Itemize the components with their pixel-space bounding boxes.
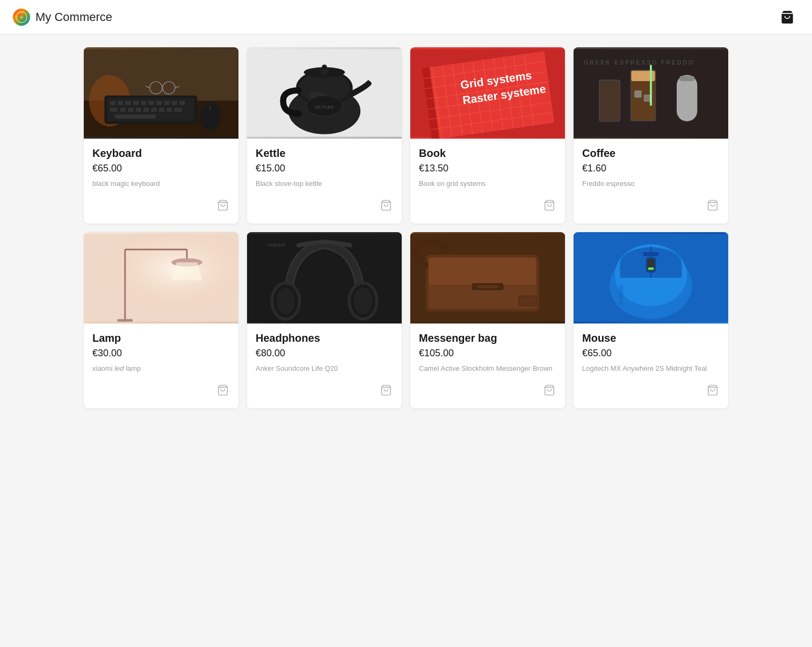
svg-rect-89 xyxy=(117,319,133,322)
svg-point-94 xyxy=(277,287,295,314)
svg-rect-18 xyxy=(110,107,118,112)
app-title: My Commerce xyxy=(35,10,112,24)
product-card-messenger-bag[interactable]: Messenger bag €105.00 Camel Active Stock… xyxy=(410,232,565,408)
svg-point-97 xyxy=(354,287,373,314)
product-description-messenger-bag: Camel Active Stockholm Messenger Brown xyxy=(419,364,556,372)
add-to-cart-button-book[interactable] xyxy=(540,196,559,217)
svg-text:GREEK ESPRESSO FREDDO: GREEK ESPRESSO FREDDO xyxy=(584,59,694,66)
product-info-headphones: Headphones €80.00 Anker Soundcore Life Q… xyxy=(247,324,402,377)
product-card-kettle[interactable]: KETTLER Kettle €15.00 Black stove-top ke… xyxy=(247,47,402,224)
add-to-cart-button-messenger-bag[interactable] xyxy=(540,381,559,402)
svg-rect-15 xyxy=(164,100,170,105)
svg-rect-14 xyxy=(156,100,162,105)
svg-rect-78 xyxy=(679,76,695,81)
product-price-book: €13.50 xyxy=(419,163,556,174)
svg-rect-119 xyxy=(648,268,654,270)
app-header: My Commerce xyxy=(0,0,812,34)
product-price-kettle: €15.00 xyxy=(256,163,393,174)
product-price-mouse: €65.00 xyxy=(582,348,720,359)
add-to-cart-button-headphones[interactable] xyxy=(377,381,395,402)
product-footer-kettle xyxy=(247,192,402,224)
svg-rect-23 xyxy=(151,107,157,112)
svg-text:KETTLER: KETTLER xyxy=(315,105,334,110)
product-image-mouse xyxy=(574,232,728,324)
product-description-mouse: Logitech MX Anywhere 2S Midnight Teal xyxy=(582,364,720,372)
add-to-cart-button-lamp[interactable] xyxy=(214,381,232,402)
product-card-lamp[interactable]: Lamp €30.00 xiaomi led lamp xyxy=(84,232,238,408)
cart-button[interactable] xyxy=(775,5,799,29)
product-name-kettle: Kettle xyxy=(256,147,393,160)
svg-rect-26 xyxy=(174,107,182,112)
svg-rect-20 xyxy=(128,107,134,112)
product-info-mouse: Mouse €65.00 Logitech MX Anywhere 2S Mid… xyxy=(574,324,728,377)
svg-rect-80 xyxy=(644,95,651,102)
product-image-messenger-bag xyxy=(410,232,565,324)
add-to-cart-button-coffee[interactable] xyxy=(704,196,722,217)
products-main: Keyboard €65.00 black magic keyboard xyxy=(0,34,812,421)
product-footer-keyboard xyxy=(84,192,238,224)
product-price-keyboard: €65.00 xyxy=(92,163,230,174)
product-info-kettle: Kettle €15.00 Black stove-top kettle xyxy=(247,139,402,192)
svg-rect-103 xyxy=(429,257,537,286)
product-description-kettle: Black stove-top kettle xyxy=(256,179,393,188)
svg-marker-88 xyxy=(171,262,202,281)
svg-point-1 xyxy=(20,16,23,19)
header-left: My Commerce xyxy=(13,9,112,26)
product-name-mouse: Mouse xyxy=(582,332,720,344)
product-card-keyboard[interactable]: Keyboard €65.00 black magic keyboard xyxy=(84,47,238,224)
add-to-cart-button-mouse[interactable] xyxy=(704,381,722,402)
svg-rect-120 xyxy=(643,252,659,256)
product-price-messenger-bag: €105.00 xyxy=(419,348,556,359)
product-image-lamp xyxy=(84,232,238,324)
svg-rect-9 xyxy=(117,100,124,105)
product-description-headphones: Anker Soundcore Life Q20 xyxy=(256,364,393,372)
product-footer-book xyxy=(410,192,565,224)
product-name-keyboard: Keyboard xyxy=(92,147,230,160)
product-footer-headphones xyxy=(247,377,402,408)
svg-rect-17 xyxy=(179,100,186,105)
product-info-keyboard: Keyboard €65.00 black magic keyboard xyxy=(84,139,238,192)
product-name-headphones: Headphones xyxy=(256,332,393,344)
svg-rect-121 xyxy=(619,285,623,298)
svg-rect-10 xyxy=(125,100,132,105)
svg-rect-77 xyxy=(677,75,697,121)
product-name-coffee: Coffee xyxy=(582,147,720,160)
product-info-book: Book €13.50 Book on grid systems xyxy=(410,139,565,192)
product-image-kettle: KETTLER xyxy=(247,47,402,139)
svg-rect-11 xyxy=(133,100,139,105)
svg-rect-8 xyxy=(110,100,116,105)
product-info-messenger-bag: Messenger bag €105.00 Camel Active Stock… xyxy=(410,324,565,377)
svg-rect-19 xyxy=(120,107,126,112)
svg-rect-21 xyxy=(135,107,142,112)
product-price-lamp: €30.00 xyxy=(92,348,230,359)
product-name-lamp: Lamp xyxy=(92,332,230,344)
svg-rect-122 xyxy=(619,300,623,305)
product-name-messenger-bag: Messenger bag xyxy=(419,332,556,344)
svg-text:ANKER: ANKER xyxy=(267,242,285,248)
product-price-coffee: €1.60 xyxy=(582,163,720,174)
product-card-book[interactable]: Grid systems Raster systeme Book €13.50 … xyxy=(410,47,565,224)
product-info-coffee: Coffee €1.60 Freddo espresso xyxy=(574,139,728,192)
add-to-cart-button-keyboard[interactable] xyxy=(214,196,232,217)
product-description-coffee: Freddo espresso xyxy=(582,179,720,188)
svg-rect-13 xyxy=(148,100,155,105)
svg-rect-24 xyxy=(158,107,165,112)
product-card-headphones[interactable]: ANKER Headphones €80.00 Anker Soundcore … xyxy=(247,232,402,408)
svg-rect-12 xyxy=(141,100,147,105)
product-image-coffee: GREEK ESPRESSO FREDDO xyxy=(574,47,728,139)
add-to-cart-button-kettle[interactable] xyxy=(377,196,395,217)
product-description-book: Book on grid systems xyxy=(419,179,556,188)
product-name-book: Book xyxy=(419,147,556,160)
svg-rect-76 xyxy=(600,81,619,120)
product-footer-coffee xyxy=(574,192,728,224)
product-card-coffee[interactable]: GREEK ESPRESSO FREDDO Coffee €1.60 Fredd… xyxy=(574,47,728,224)
product-description-keyboard: black magic keyboard xyxy=(92,179,230,188)
svg-point-42 xyxy=(322,64,327,70)
product-price-headphones: €80.00 xyxy=(256,348,393,359)
product-card-mouse[interactable]: Mouse €65.00 Logitech MX Anywhere 2S Mid… xyxy=(574,232,728,408)
product-image-keyboard xyxy=(84,47,238,139)
product-footer-mouse xyxy=(574,377,728,408)
product-info-lamp: Lamp €30.00 xiaomi led lamp xyxy=(84,324,238,377)
svg-rect-27 xyxy=(115,114,156,119)
svg-rect-16 xyxy=(171,100,178,105)
